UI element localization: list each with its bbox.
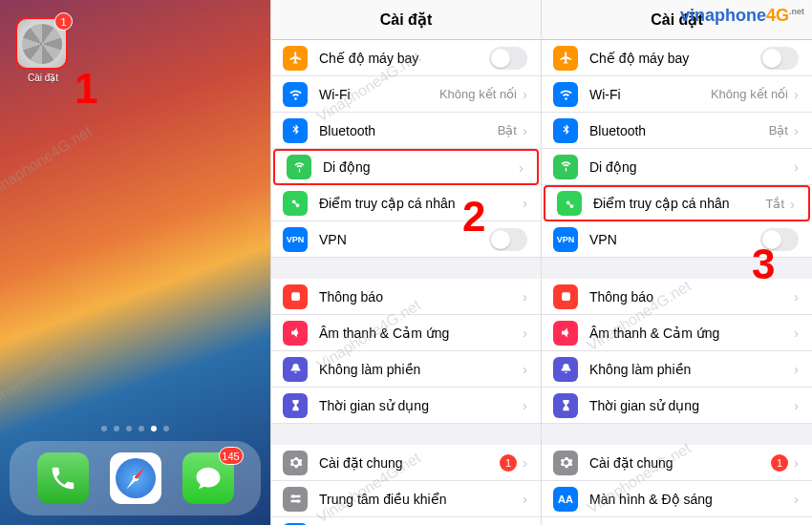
vinaphone-logo: vinaphone4G.net — [680, 6, 804, 26]
vpn-icon: VPN — [553, 227, 578, 252]
watermark: Vinaphone4G.net — [0, 332, 96, 410]
general-badge: 1 — [771, 454, 788, 472]
chevron-right-icon: › — [523, 122, 527, 138]
step-1-annotation: 1 — [75, 65, 97, 113]
row-bluetooth[interactable]: Bluetooth Bật › — [271, 113, 541, 149]
screentime-label: Thời gian sử dụng — [589, 398, 794, 413]
row-screentime[interactable]: Thời gian sử dụng › — [542, 388, 812, 424]
bluetooth-label: Bluetooth — [589, 123, 769, 138]
chevron-right-icon: › — [523, 491, 527, 507]
settings-badge: 1 — [54, 12, 73, 31]
row-display[interactable]: AA Màn hình & Độ sáng › — [271, 517, 541, 525]
airplane-toggle[interactable] — [489, 47, 527, 70]
row-sounds[interactable]: Âm thanh & Cảm ứng › — [542, 315, 812, 351]
chevron-right-icon: › — [523, 288, 527, 304]
row-screentime[interactable]: Thời gian sử dụng › — [271, 388, 541, 424]
row-general[interactable]: Cài đặt chung 1 › — [271, 445, 541, 481]
messages-badge: 145 — [219, 447, 244, 465]
chevron-right-icon: › — [523, 86, 527, 102]
row-cellular[interactable]: Di động › — [273, 149, 539, 185]
dnd-icon — [553, 357, 578, 382]
chevron-right-icon: › — [794, 491, 799, 507]
sounds-icon — [283, 321, 308, 346]
home-screen-panel: 1 Cài đặt 1 Vinaphone4G.net Vinaphone4G.… — [0, 0, 270, 525]
chevron-right-icon: › — [523, 397, 527, 413]
page-dots[interactable] — [0, 426, 270, 431]
row-sounds[interactable]: Âm thanh & Cảm ứng › — [271, 315, 541, 351]
dnd-icon — [283, 357, 308, 382]
chevron-right-icon: › — [794, 397, 799, 413]
cellular-label: Di động — [589, 159, 794, 175]
airplane-toggle[interactable] — [760, 47, 799, 70]
row-general[interactable]: Cài đặt chung 1 › — [542, 445, 812, 481]
general-label: Cài đặt chung — [319, 455, 500, 471]
message-icon — [194, 464, 223, 493]
row-airplane[interactable]: Chế độ máy bay — [271, 40, 541, 76]
row-bluetooth[interactable]: Bluetooth Bật › — [542, 113, 812, 149]
vpn-icon: VPN — [283, 227, 308, 252]
gear-icon — [22, 24, 62, 64]
screentime-icon — [283, 393, 308, 418]
sounds-label: Âm thanh & Cảm ứng — [319, 326, 523, 341]
dnd-label: Không làm phiền — [319, 362, 523, 377]
chevron-right-icon: › — [794, 454, 799, 471]
row-wifi[interactable]: Wi-Fi Không kết nối › — [271, 76, 541, 113]
row-display[interactable]: AA Màn hình & Độ sáng › — [542, 481, 812, 517]
screentime-icon — [553, 393, 578, 418]
watermark: Vinaphone4G.net — [0, 122, 96, 200]
chevron-right-icon: › — [790, 196, 795, 212]
settings-header: Cài đặt — [271, 0, 541, 40]
chevron-right-icon: › — [794, 158, 799, 175]
chevron-right-icon: › — [794, 361, 799, 377]
wifi-icon — [553, 82, 578, 107]
settings-app-icon[interactable]: 1 Cài đặt — [15, 17, 71, 84]
bluetooth-icon — [553, 118, 578, 143]
notifications-icon — [283, 284, 308, 309]
general-badge: 1 — [500, 454, 517, 472]
chevron-right-icon: › — [523, 361, 527, 377]
bluetooth-value: Bật — [769, 123, 788, 137]
chevron-right-icon: › — [523, 454, 527, 471]
safari-app-icon[interactable] — [110, 452, 161, 504]
hotspot-icon — [283, 191, 308, 216]
wifi-label: Wi-Fi — [589, 87, 711, 102]
row-controlcenter[interactable]: Trung tâm điều khiển › — [271, 481, 541, 517]
gear-icon — [553, 451, 578, 475]
row-vpn[interactable]: VPN VPN — [271, 221, 541, 258]
row-dnd[interactable]: Không làm phiền › — [271, 351, 541, 388]
phone-app-icon[interactable] — [37, 452, 89, 504]
row-cellular[interactable]: Di động › — [542, 149, 812, 185]
chevron-right-icon: › — [794, 325, 799, 341]
step-3-annotation: 3 — [752, 241, 775, 288]
bluetooth-value: Bật — [498, 123, 517, 137]
row-airplane[interactable]: Chế độ máy bay — [542, 40, 812, 76]
dnd-label: Không làm phiền — [589, 362, 794, 377]
sounds-icon — [553, 321, 578, 346]
svg-rect-0 — [291, 292, 300, 301]
row-hotspot[interactable]: Điểm truy cập cá nhân › — [271, 185, 541, 221]
sounds-label: Âm thanh & Cảm ứng — [589, 326, 794, 341]
vpn-toggle[interactable] — [489, 228, 527, 251]
row-notifications[interactable]: Thông báo › — [271, 279, 541, 315]
controlcenter-label: Trung tâm điều khiển — [319, 492, 523, 507]
step-2-annotation: 2 — [462, 193, 485, 241]
controlcenter-icon — [283, 487, 308, 512]
settings-app-label: Cài đặt — [15, 73, 71, 83]
airplane-label: Chế độ máy bay — [319, 51, 489, 66]
bluetooth-label: Bluetooth — [319, 123, 498, 138]
chevron-right-icon: › — [523, 325, 527, 341]
wifi-value: Không kết nối — [439, 87, 517, 101]
gear-icon — [283, 451, 308, 475]
row-hotspot[interactable]: Điểm truy cập cá nhân Tắt › — [544, 185, 810, 221]
screentime-label: Thời gian sử dụng — [319, 398, 523, 413]
hotspot-icon — [557, 191, 582, 216]
display-label: Màn hình & Độ sáng — [589, 492, 794, 507]
phone-icon — [49, 464, 77, 493]
chevron-right-icon: › — [523, 195, 527, 211]
chevron-right-icon: › — [794, 86, 799, 102]
row-wifi[interactable]: Wi-Fi Không kết nối › — [542, 76, 812, 113]
hotspot-value: Tắt — [765, 197, 784, 211]
messages-app-icon[interactable]: 145 — [182, 452, 234, 504]
notifications-label: Thông báo — [589, 289, 794, 304]
row-dnd[interactable]: Không làm phiền › — [542, 351, 812, 388]
